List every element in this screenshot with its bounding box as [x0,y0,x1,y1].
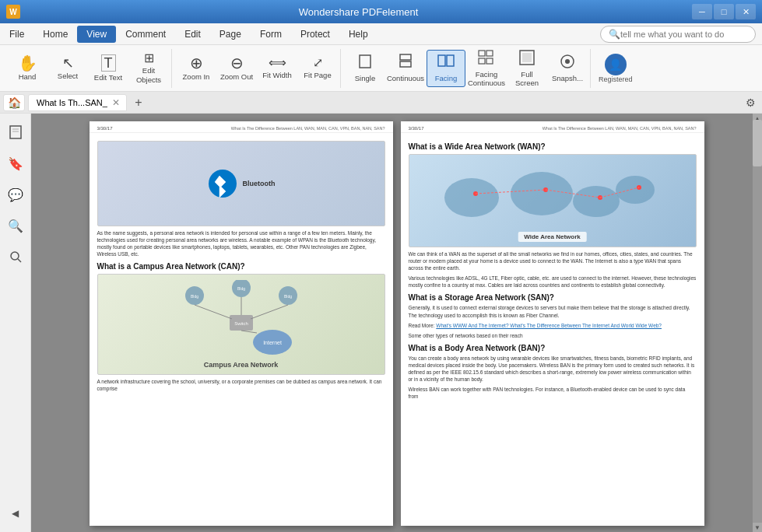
tool-group-nav: ✋ Hand ↖ Select T Edit Text ⊞ Edit Objec… [5,49,172,88]
sidebar-comments-icon[interactable]: 💬 [3,182,28,207]
ban-para2: Wireless BAN can work together with PAN … [409,386,697,400]
menu-help[interactable]: Help [339,26,377,43]
menu-form[interactable]: Form [251,26,291,43]
facing-tool[interactable]: Facing [427,50,465,87]
snapshot-label: Snapsh... [552,74,583,82]
user-avatar: 👤 [605,54,627,75]
svg-text:Bldg: Bldg [190,294,198,299]
search-input[interactable] [620,30,737,39]
zoom-out-tool[interactable]: ⊖ Zoom Out [217,50,256,87]
svg-line-32 [241,331,257,333]
svg-point-34 [511,172,573,215]
other-types-text: Some other types of networks based on th… [409,332,697,339]
svg-rect-2 [400,61,411,67]
pdf-header-right: 3/30/17 What Is The Difference Between L… [401,121,704,133]
scroll-thumb[interactable] [753,120,762,166]
single-tool[interactable]: Single [346,50,385,87]
single-icon [356,53,374,72]
home-tab[interactable]: 🏠 [3,94,25,111]
zoom-out-icon: ⊖ [230,55,244,71]
page-title-header-right: What Is The Difference Between LAN, WAN,… [543,126,697,131]
svg-line-29 [195,305,232,319]
select-label: Select [58,72,78,80]
edit-objects-tool[interactable]: ⊞ Edit Objects [129,50,168,87]
san-para: Generally, it is used to connect externa… [409,304,697,318]
scroll-bar[interactable]: ▲ ▼ [753,114,762,532]
fit-width-tool[interactable]: ⟺ Fit Width [258,50,297,87]
wan-map-label: Wide Area Network [518,232,587,242]
menu-page[interactable]: Page [210,26,251,43]
svg-rect-5 [479,51,485,56]
wan-section-title: What is a Wide Area Network (WAN)? [409,142,697,151]
menu-home[interactable]: Home [33,26,77,43]
settings-icon[interactable]: ⚙ [742,94,759,111]
fit-page-tool[interactable]: ⤢ Fit Page [298,50,337,87]
campus-label: Campus Area Network [204,361,279,369]
sidebar-search-icon[interactable]: 🔍 [3,213,28,238]
add-tab-button[interactable]: + [130,94,147,111]
bluetooth-image: Bluetooth [97,141,385,226]
svg-text:Switch: Switch [234,321,248,326]
continuous-tool[interactable]: Continuous [386,50,425,87]
toolbar: ✋ Hand ↖ Select T Edit Text ⊞ Edit Objec… [0,45,762,92]
maximize-button[interactable]: □ [714,4,734,19]
menu-protect[interactable]: Protect [291,26,339,43]
close-button[interactable]: ✕ [736,4,756,19]
scroll-down-arrow[interactable]: ▼ [753,523,762,532]
zoom-in-label: Zoom In [183,72,210,81]
app-title: Wondershare PDFelement [25,6,692,18]
svg-text:Bldg: Bldg [283,294,291,299]
menu-file[interactable]: File [0,26,33,43]
toolbar-search[interactable]: 🔍 [600,26,756,43]
snapshot-icon [559,53,576,72]
hand-tool[interactable]: ✋ Hand [8,50,47,87]
menu-view[interactable]: View [77,26,116,43]
main-area: 🔖 💬 🔍 ◀ 3/30/17 What Is The Difference B… [0,114,762,532]
san-section-title: What is a Storage Area Network (SAN)? [409,293,697,302]
doc-tab[interactable]: What Is Th...SAN_ ✕ [28,94,127,111]
svg-line-17 [18,259,21,262]
user-area[interactable]: 👤 Registered [592,51,639,86]
pdf-content-left: Bluetooth As the name suggests, a person… [90,133,393,401]
select-tool[interactable]: ↖ Select [48,50,87,87]
zoom-in-icon: ⊕ [190,55,203,71]
svg-point-35 [573,186,620,217]
read-more-link[interactable]: What's WWW And The Internet? What's The … [436,323,662,328]
full-screen-icon [518,49,536,68]
sidebar-collapse-button[interactable]: ◀ [3,501,28,526]
sidebar-pages-icon[interactable] [3,120,28,145]
campus-image: Switch Bldg Bldg Bldg Internet [97,274,385,375]
svg-rect-10 [522,53,532,62]
svg-rect-0 [360,55,370,68]
full-screen-tool[interactable]: Full Screen [507,50,546,87]
sidebar-bookmarks-icon[interactable]: 🔖 [3,151,28,176]
user-label: Registered [599,75,633,83]
pdf-viewer: 3/30/17 What Is The Difference Between L… [31,114,762,532]
title-bar: W Wondershare PDFelement ─ □ ✕ [0,0,762,23]
svg-point-36 [616,176,655,204]
svg-rect-4 [447,55,454,66]
fit-width-label: Fit Width [262,71,291,79]
svg-rect-3 [438,55,445,66]
facing-continuous-icon [478,49,495,68]
menu-edit[interactable]: Edit [175,26,210,43]
pan-description: As the name suggests, a personal area ne… [97,229,385,257]
facing-continuous-tool[interactable]: FacingContinuous [467,50,506,87]
facing-icon [437,53,455,72]
svg-point-16 [11,252,19,260]
menu-comment[interactable]: Comment [116,26,175,43]
edit-text-tool[interactable]: T Edit Text [89,50,128,87]
zoom-in-tool[interactable]: ⊕ Zoom In [177,50,216,87]
svg-line-31 [251,305,288,319]
minimize-button[interactable]: ─ [692,4,712,19]
fit-page-label: Fit Page [304,71,331,79]
snapshot-tool[interactable]: Snapsh... [548,50,587,87]
close-tab-button[interactable]: ✕ [112,97,120,108]
pdf-header-left: 3/30/17 What Is The Difference Between L… [90,121,393,133]
app-icon: W [6,5,20,19]
sidebar-find-icon[interactable] [3,244,28,269]
svg-rect-8 [486,58,493,64]
svg-point-33 [444,178,499,217]
page-date-right: 3/30/17 [409,126,424,131]
continuous-icon [397,53,414,72]
